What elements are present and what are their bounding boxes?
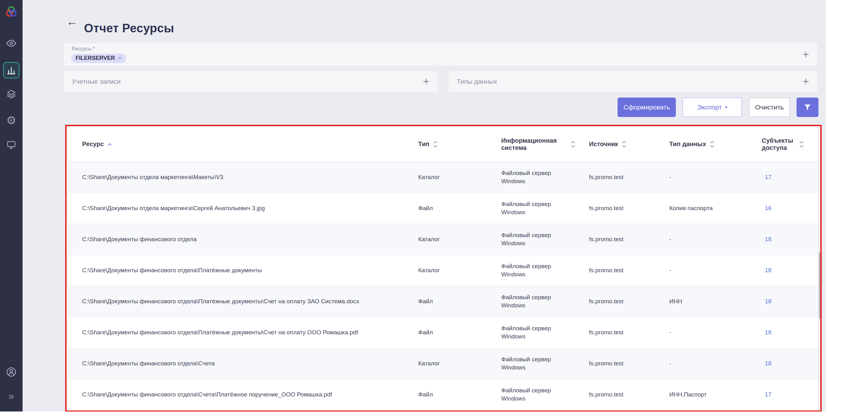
cell-system: Файловый сервер Windows [501,348,589,379]
sidebar-item-data[interactable] [3,86,20,102]
chevrons-right-icon: » [8,390,14,402]
chip-remove-icon[interactable]: ✕ [118,55,122,61]
sort-icon [433,140,438,148]
cell-source: fs.promo.test [589,224,669,255]
sidebar-item-monitoring[interactable] [3,35,20,52]
generate-label: Сформировать [623,104,670,111]
filter-resources[interactable]: Ресурсы * FILERSERVER ✕ + [64,43,817,66]
user-icon [6,367,17,377]
cell-data-type: Копия паспорта [669,193,762,224]
subjects-link[interactable]: 18 [765,267,771,273]
cell-source: fs.promo.test [589,286,669,317]
cell-data-type: ИНН [669,286,762,317]
subjects-link[interactable]: 17 [765,174,771,180]
cell-subjects: 18 [762,286,818,317]
cell-subjects: 18 [762,255,818,286]
clear-button[interactable]: Очистить [749,97,790,117]
layers-icon [6,89,16,99]
generate-button[interactable]: Сформировать [618,97,676,117]
subjects-link[interactable]: 17 [765,391,771,398]
monitor-icon [6,140,16,150]
column-header-data-type[interactable]: Тип данных [669,127,762,161]
subjects-link[interactable]: 18 [765,360,771,367]
cell-system: Файловый сервер Windows [501,224,589,255]
resources-table: Ресурс Тип [68,127,818,410]
funnel-icon [803,103,812,111]
sidebar-item-profile[interactable] [3,364,20,380]
bar-chart-icon [7,65,16,75]
subjects-link[interactable]: 16 [765,205,771,211]
cell-source: fs.promo.test [589,193,669,224]
cell-resource: C:\Share\Документы отдела маркетинга\Мак… [68,161,418,193]
cell-data-type: - [669,161,762,193]
clear-label: Очистить [755,104,784,111]
cell-system: Файловый сервер Windows [501,193,589,224]
cell-type: Файл [418,286,501,317]
export-label: Экспорт [697,104,722,111]
sidebar-item-settings[interactable]: ⚙ [3,112,20,128]
column-header-source[interactable]: Источник [589,127,669,161]
cell-data-type: - [669,348,762,379]
table-row[interactable]: C:\Share\Документы финансового отдела\Пл… [68,286,818,317]
column-header-resource[interactable]: Ресурс [68,127,418,161]
sidebar-item-devices[interactable] [3,137,20,153]
cell-resource: C:\Share\Документы финансового отдела\Пл… [68,317,418,348]
subjects-link[interactable]: 18 [765,236,771,242]
export-button[interactable]: Экспорт ▾ [682,97,742,117]
cell-data-type: ИНН,Паспорт [669,379,762,410]
filter-data-types[interactable]: Типы данных + [448,71,817,92]
table-row[interactable]: C:\Share\Документы финансового отдела\Пл… [68,255,818,286]
cell-resource: C:\Share\Документы финансового отдела [68,224,418,255]
add-account-icon[interactable]: + [423,76,430,87]
cell-source: fs.promo.test [589,255,669,286]
sort-asc-icon [107,143,112,146]
cell-subjects: 18 [762,348,818,379]
eye-icon [6,38,17,49]
cell-system: Файловый сервер Windows [501,255,589,286]
vertical-scrollbar[interactable] [819,252,822,319]
sort-icon [710,140,714,148]
back-button[interactable]: ← [66,15,78,28]
sort-icon [571,140,575,148]
column-header-system[interactable]: Информационная система [501,127,589,161]
cell-type: Файл [418,317,501,348]
cell-resource: C:\Share\Документы отдела маркетинга\Сер… [68,193,418,224]
resources-label: Ресурсы * [72,46,95,52]
subjects-link[interactable]: 18 [765,298,771,304]
cell-resource: C:\Share\Документы финансового отдела\Сч… [68,379,418,410]
column-label: Источник [589,141,618,148]
cell-system: Файловый сервер Windows [501,317,589,348]
table-row[interactable]: C:\Share\Документы финансового отдела Ка… [68,224,818,255]
right-margin [826,0,868,414]
column-header-type[interactable]: Тип [418,127,501,161]
chevron-down-icon: ▾ [725,105,727,110]
table-row[interactable]: C:\Share\Документы финансового отдела\Сч… [68,379,818,410]
table-row[interactable]: C:\Share\Документы отдела маркетинга\Сер… [68,193,818,224]
sort-icon [799,140,804,148]
logo-icon [5,5,18,19]
cell-subjects: 17 [762,379,818,410]
sidebar-expand-button[interactable]: » [3,388,20,404]
table-row[interactable]: C:\Share\Документы финансового отдела\Пл… [68,317,818,348]
filter-accounts[interactable]: Учетные записи + [64,71,438,92]
filter-toggle-button[interactable] [797,97,818,117]
add-resource-icon[interactable]: + [803,49,809,60]
cell-subjects: 18 [762,317,818,348]
cell-source: fs.promo.test [589,348,669,379]
page-title: Отчет Ресурсы [84,22,174,35]
subjects-link[interactable]: 18 [765,329,771,335]
sidebar-item-reports-active[interactable] [3,62,20,79]
app-logo[interactable] [3,4,20,20]
cell-type: Каталог [418,348,501,379]
column-label: Тип [418,141,430,148]
column-label: Ресурс [82,141,104,148]
table-row[interactable]: C:\Share\Документы финансового отдела\Сч… [68,348,818,379]
add-data-type-icon[interactable]: + [803,76,809,87]
cell-source: fs.promo.test [589,379,669,410]
column-header-subjects[interactable]: Субъекты доступа [762,127,818,161]
cell-system: Файловый сервер Windows [501,286,589,317]
sidebar: ⚙ » [0,0,23,412]
cell-resource: C:\Share\Документы финансового отдела\Пл… [68,286,418,317]
resource-chip[interactable]: FILERSERVER ✕ [71,54,126,63]
table-row[interactable]: C:\Share\Документы отдела маркетинга\Мак… [68,161,818,193]
